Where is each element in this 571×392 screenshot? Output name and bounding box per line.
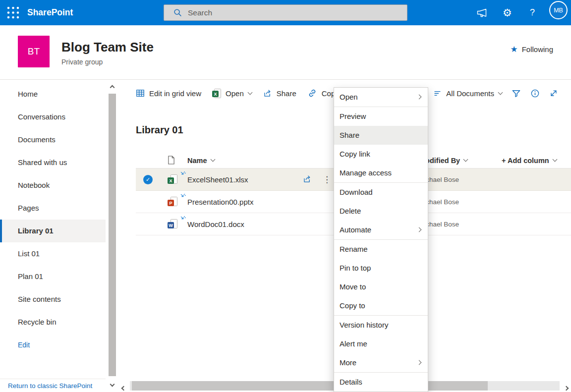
file-context-menu: Open Preview Share Copy link Manage acce…: [334, 87, 428, 392]
chevron-up-icon: [110, 85, 115, 90]
sidebar-item-list-01[interactable]: List 01: [0, 242, 106, 265]
sidebar-item-recycle-bin[interactable]: Recycle bin: [0, 311, 106, 334]
chevron-down-icon: [247, 90, 252, 95]
sidebar-item-shared-with-us[interactable]: Shared with us: [0, 151, 106, 174]
menu-item-preview[interactable]: Preview: [334, 107, 428, 126]
menu-item-version-history[interactable]: Version history: [334, 316, 428, 335]
site-title[interactable]: Blog Team Site: [61, 40, 154, 55]
scroll-left-button[interactable]: [122, 383, 125, 392]
filter-funnel-icon: [512, 89, 521, 98]
file-name[interactable]: Presentation00.pptx: [187, 191, 253, 213]
info-icon: [530, 89, 540, 98]
menu-item-download[interactable]: Download: [334, 183, 428, 202]
menu-item-open[interactable]: Open: [334, 88, 428, 107]
menu-item-details[interactable]: Details: [334, 373, 428, 392]
selected-check-icon[interactable]: ✓: [143, 175, 153, 184]
file-name[interactable]: ExcelSheet01.xlsx: [187, 168, 248, 191]
info-button[interactable]: [530, 89, 540, 98]
scroll-up-button[interactable]: [108, 82, 116, 92]
edit-in-grid-view-button[interactable]: Edit in grid view: [136, 89, 201, 98]
menu-item-pin-to-top[interactable]: Pin to top: [334, 259, 428, 278]
row-share-icon[interactable]: [302, 174, 312, 184]
sidebar-item-site-contents[interactable]: Site contents: [0, 288, 106, 311]
filter-button[interactable]: [512, 89, 521, 98]
sidebar-item-plan-01[interactable]: Plan 01: [0, 265, 106, 288]
powerpoint-file-icon: P: [168, 197, 177, 207]
menu-item-rename[interactable]: Rename: [334, 240, 428, 259]
new-item-icon: [180, 194, 186, 199]
site-logo[interactable]: BT: [18, 36, 50, 67]
chevron-down-icon: [463, 157, 468, 162]
new-item-icon: [180, 216, 186, 222]
left-nav-list: Home Conversations Documents Shared with…: [0, 83, 106, 356]
expand-diagonal-icon: [549, 89, 558, 98]
sidebar-edit-link[interactable]: Edit: [0, 334, 106, 356]
sidebar-item-documents[interactable]: Documents: [0, 128, 106, 151]
sharepoint-window: SharePoint ⚙ ? MB BT Blog Team Site Priv…: [0, 0, 571, 392]
megaphone-icon[interactable]: [476, 0, 488, 25]
star-icon: ★: [510, 45, 517, 54]
excel-file-icon: X: [168, 174, 177, 184]
suite-bar: SharePoint ⚙ ? MB: [0, 0, 571, 25]
view-selector[interactable]: All Documents: [433, 89, 502, 98]
chevron-down-icon: [110, 382, 115, 387]
chevron-right-icon: [417, 95, 422, 100]
return-to-classic-link[interactable]: Return to classic SharePoint: [8, 382, 92, 390]
link-icon: [307, 88, 317, 98]
menu-item-manage-access[interactable]: Manage access: [334, 164, 428, 182]
menu-item-copy-to[interactable]: Copy to: [334, 296, 428, 315]
grid-view-icon: [136, 89, 145, 98]
following-label: Following: [522, 45, 553, 54]
open-button[interactable]: X Open: [212, 89, 252, 98]
open-label: Open: [226, 89, 244, 98]
chevron-right-icon: [417, 227, 422, 232]
sidebar-item-notebook[interactable]: Notebook: [0, 174, 106, 197]
vertical-scrollbar-thumb[interactable]: [109, 94, 116, 376]
sidebar-item-pages[interactable]: Pages: [0, 197, 106, 220]
file-type-column-icon[interactable]: [168, 156, 175, 165]
left-nav-scrollbar[interactable]: [108, 81, 116, 391]
view-list-icon: [433, 89, 442, 98]
command-bar-right: All Documents: [433, 84, 558, 102]
following-button[interactable]: ★ Following: [510, 45, 553, 54]
menu-item-more[interactable]: More: [334, 353, 428, 372]
menu-item-automate[interactable]: Automate: [334, 221, 428, 239]
search-icon: [173, 8, 182, 17]
scroll-down-button[interactable]: [108, 380, 116, 390]
share-label: Share: [277, 89, 296, 98]
word-file-icon: W: [168, 219, 177, 229]
menu-item-copy-link[interactable]: Copy link: [334, 145, 428, 164]
app-title[interactable]: SharePoint: [27, 0, 73, 25]
scroll-right-button[interactable]: [565, 383, 568, 392]
left-nav: Home Conversations Documents Shared with…: [0, 80, 106, 392]
fullscreen-button[interactable]: [549, 89, 558, 98]
menu-item-move-to[interactable]: Move to: [334, 278, 428, 296]
classic-sharepoint-footer: Return to classic SharePoint: [0, 379, 106, 392]
menu-item-alert-me[interactable]: Alert me: [334, 335, 428, 353]
site-privacy-label: Private group: [61, 58, 103, 66]
file-name[interactable]: WordDoc01.docx: [187, 213, 244, 235]
chevron-down-icon: [552, 157, 557, 162]
sidebar-item-conversations[interactable]: Conversations: [0, 106, 106, 128]
gear-icon[interactable]: ⚙: [503, 0, 512, 25]
menu-item-delete[interactable]: Delete: [334, 202, 428, 221]
sidebar-item-library-01[interactable]: Library 01: [0, 220, 106, 242]
menu-item-share[interactable]: Share: [334, 126, 428, 145]
account-avatar[interactable]: MB: [549, 1, 568, 19]
edit-in-grid-view-label: Edit in grid view: [149, 89, 201, 98]
horizontal-scrollbar-thumb[interactable]: [132, 381, 488, 391]
share-button[interactable]: Share: [263, 89, 296, 98]
chevron-right-icon: [564, 386, 569, 391]
command-bar: Edit in grid view X Open Share Copy link: [136, 84, 352, 102]
search-box[interactable]: [164, 4, 407, 21]
excel-icon: X: [212, 89, 221, 98]
chevron-right-icon: [417, 360, 422, 365]
view-selector-label: All Documents: [446, 89, 494, 98]
app-launcher-waffle-icon[interactable]: [6, 6, 20, 19]
row-ellipsis-icon[interactable]: ⋮: [323, 168, 331, 191]
sidebar-item-home[interactable]: Home: [0, 83, 106, 106]
column-header-name[interactable]: Name: [187, 152, 215, 168]
help-icon[interactable]: ?: [530, 0, 535, 25]
add-column-button[interactable]: + Add column: [502, 152, 557, 168]
search-input[interactable]: [188, 8, 407, 17]
